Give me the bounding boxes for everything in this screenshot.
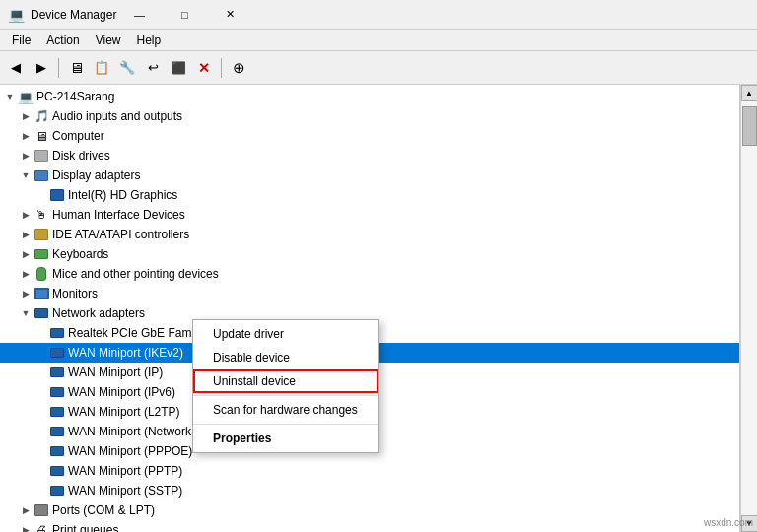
- tree-expander-network[interactable]: ▼: [18, 305, 34, 321]
- tree-expander-wan3: [34, 384, 49, 400]
- tree-expander-monitors[interactable]: ▶: [18, 286, 34, 301]
- tree-expander-wan4: [34, 404, 49, 420]
- tree-expander-wan7: [34, 463, 49, 479]
- toolbar-disable[interactable]: ⬛: [167, 56, 190, 80]
- close-button[interactable]: ✕: [207, 0, 252, 30]
- tree-icon-realtek: [49, 325, 65, 341]
- tree-item-keyboards[interactable]: ▶Keyboards: [0, 244, 739, 264]
- tree-label-wan1: WAN Miniport (IKEv2): [68, 346, 183, 360]
- scroll-track[interactable]: [741, 101, 758, 515]
- tree-icon-wan3: [49, 384, 65, 400]
- toolbar-forward[interactable]: ▶: [30, 56, 53, 80]
- tree-label-wan2: WAN Miniport (IP): [68, 366, 163, 379]
- tree-label-print: Print queues: [52, 523, 118, 532]
- tree-expander-display[interactable]: ▼: [18, 167, 34, 183]
- device-tree: ▼💻PC-214Sarang▶🎵Audio inputs and outputs…: [0, 85, 739, 532]
- title-bar: 💻 Device Manager — □ ✕: [0, 0, 757, 30]
- tree-icon-root: 💻: [18, 89, 34, 104]
- menu-bar: File Action View Help: [0, 30, 757, 51]
- tree-icon-mice: [34, 266, 49, 282]
- tree-item-mice[interactable]: ▶Mice and other pointing devices: [0, 264, 739, 284]
- tree-icon-network: [34, 305, 49, 321]
- tree-label-keyboards: Keyboards: [52, 247, 108, 261]
- toolbar-computer[interactable]: 🖥: [64, 56, 88, 80]
- tree-expander-wan6: [34, 443, 49, 459]
- tree-item-print[interactable]: ▶🖨Print queues: [0, 520, 739, 532]
- menu-file[interactable]: File: [4, 32, 38, 49]
- toolbar-uninstall[interactable]: ✕: [192, 56, 216, 80]
- tree-expander-audio[interactable]: ▶: [18, 108, 34, 124]
- tree-label-network: Network adapters: [52, 306, 145, 320]
- ctx-item-update-driver[interactable]: Update driver: [193, 322, 378, 346]
- toolbar-properties[interactable]: 📋: [90, 56, 113, 80]
- scroll-thumb[interactable]: [742, 106, 757, 146]
- tree-item-monitors[interactable]: ▶Monitors: [0, 284, 739, 303]
- tree-label-wan8: WAN Miniport (SSTP): [68, 484, 182, 498]
- main-area: ▼💻PC-214Sarang▶🎵Audio inputs and outputs…: [0, 85, 757, 532]
- tree-expander-keyboards[interactable]: ▶: [18, 246, 34, 262]
- tree-expander-wan5: [34, 424, 49, 439]
- tree-item-wan8[interactable]: WAN Miniport (SSTP): [0, 481, 739, 500]
- tree-item-hid[interactable]: ▶🖱Human Interface Devices: [0, 205, 739, 225]
- tree-icon-disk: [34, 148, 49, 164]
- tree-item-ports[interactable]: ▶Ports (COM & LPT): [0, 500, 739, 520]
- tree-label-computer: Computer: [52, 129, 104, 143]
- tree-icon-wan1: [49, 345, 65, 361]
- context-menu: Update driverDisable deviceUninstall dev…: [192, 319, 379, 453]
- tree-expander-hid[interactable]: ▶: [18, 207, 34, 223]
- tree-label-wan7: WAN Miniport (PPTP): [68, 464, 182, 478]
- ctx-item-uninstall-device[interactable]: Uninstall device: [193, 369, 378, 393]
- menu-view[interactable]: View: [88, 32, 129, 49]
- tree-expander-intel: [34, 187, 49, 203]
- ctx-item-scan-for-hardware-changes[interactable]: Scan for hardware changes: [193, 398, 378, 422]
- tree-expander-ports[interactable]: ▶: [18, 502, 34, 518]
- toolbar-update[interactable]: 🔧: [115, 56, 139, 80]
- tree-icon-keyboards: [34, 246, 49, 262]
- toolbar-sep-1: [58, 58, 59, 78]
- tree-label-disk: Disk drives: [52, 149, 110, 163]
- tree-icon-print: 🖨: [34, 522, 49, 532]
- ctx-item-disable-device[interactable]: Disable device: [193, 346, 378, 369]
- scroll-up[interactable]: ▲: [741, 85, 758, 101]
- tree-expander-root[interactable]: ▼: [2, 89, 18, 104]
- tree-label-mice: Mice and other pointing devices: [52, 267, 219, 281]
- tree-icon-monitors: [34, 286, 49, 301]
- maximize-button[interactable]: □: [162, 0, 207, 30]
- tree-expander-disk[interactable]: ▶: [18, 148, 34, 164]
- tree-expander-ide[interactable]: ▶: [18, 227, 34, 242]
- toolbar-scan[interactable]: ⊕: [227, 56, 250, 80]
- tree-expander-wan1: [34, 345, 49, 361]
- tree-item-computer[interactable]: ▶🖥Computer: [0, 126, 739, 146]
- tree-icon-wan6: [49, 443, 65, 459]
- title-text: Device Manager: [31, 8, 116, 22]
- ctx-separator: [193, 395, 378, 396]
- tree-item-ide[interactable]: ▶IDE ATA/ATAPI controllers: [0, 225, 739, 244]
- tree-panel[interactable]: ▼💻PC-214Sarang▶🎵Audio inputs and outputs…: [0, 85, 740, 532]
- tree-label-audio: Audio inputs and outputs: [52, 109, 182, 123]
- tree-item-display[interactable]: ▼Display adapters: [0, 166, 739, 185]
- ctx-separator: [193, 424, 378, 425]
- tree-icon-wan2: [49, 365, 65, 380]
- title-bar-icon: 💻: [8, 7, 25, 23]
- tree-item-root[interactable]: ▼💻PC-214Sarang: [0, 87, 739, 106]
- tree-item-wan7[interactable]: WAN Miniport (PPTP): [0, 461, 739, 481]
- tree-expander-print[interactable]: ▶: [18, 522, 34, 532]
- tree-expander-computer[interactable]: ▶: [18, 128, 34, 144]
- menu-help[interactable]: Help: [129, 32, 170, 49]
- scrollbar[interactable]: ▲ ▼: [740, 85, 757, 532]
- tree-item-intel[interactable]: Intel(R) HD Graphics: [0, 185, 739, 205]
- tree-icon-display: [34, 167, 49, 183]
- tree-icon-ide: [34, 227, 49, 242]
- ctx-item-properties[interactable]: Properties: [193, 427, 378, 450]
- tree-icon-ports: [34, 502, 49, 518]
- tree-icon-computer: 🖥: [34, 128, 49, 144]
- minimize-button[interactable]: —: [116, 0, 162, 30]
- tree-expander-mice[interactable]: ▶: [18, 266, 34, 282]
- toolbar-rollback[interactable]: ↩: [141, 56, 165, 80]
- tree-label-ports: Ports (COM & LPT): [52, 503, 155, 517]
- menu-action[interactable]: Action: [38, 32, 87, 49]
- tree-item-disk[interactable]: ▶Disk drives: [0, 146, 739, 166]
- toolbar-back[interactable]: ◀: [4, 56, 28, 80]
- tree-label-root: PC-214Sarang: [36, 90, 114, 103]
- tree-item-audio[interactable]: ▶🎵Audio inputs and outputs: [0, 106, 739, 126]
